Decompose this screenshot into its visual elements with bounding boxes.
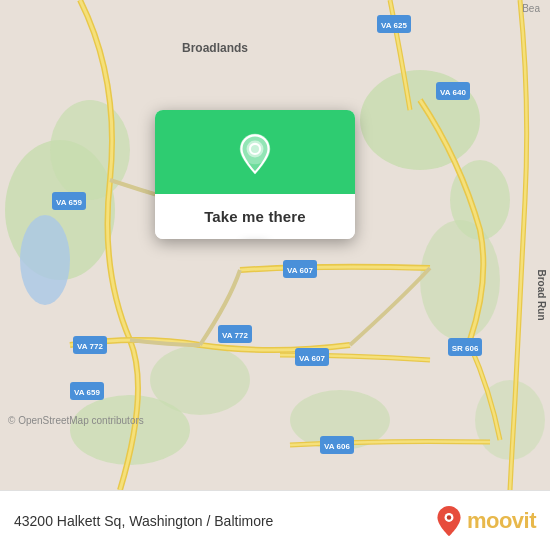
take-me-there-button[interactable]: Take me there [155, 194, 355, 239]
svg-point-2 [50, 100, 130, 200]
svg-text:VA 772: VA 772 [77, 342, 103, 351]
svg-text:VA 772: VA 772 [222, 331, 248, 340]
bottom-bar: 43200 Halkett Sq, Washington / Baltimore… [0, 490, 550, 550]
svg-text:VA 607: VA 607 [299, 354, 325, 363]
moovit-brand-text: moovit [467, 508, 536, 534]
svg-point-10 [20, 215, 70, 305]
svg-text:VA 606: VA 606 [324, 442, 350, 451]
svg-text:SR 606: SR 606 [452, 344, 479, 353]
moovit-logo: moovit [435, 505, 536, 537]
copyright-text: © OpenStreetMap contributors [8, 415, 144, 426]
location-pin-icon [233, 132, 277, 176]
moovit-pin-icon [435, 505, 463, 537]
svg-text:VA 625: VA 625 [381, 21, 407, 30]
svg-text:Broad Run: Broad Run [536, 269, 547, 320]
svg-text:VA 659: VA 659 [56, 198, 82, 207]
popup-card: Take me there [155, 110, 355, 239]
svg-text:Broadlands: Broadlands [182, 41, 248, 55]
popup-header [155, 110, 355, 194]
map-container: VA 659 VA 659 VA 772 VA 772 VA 607 VA 60… [0, 0, 550, 490]
svg-text:Bea: Bea [522, 3, 540, 14]
svg-point-38 [447, 515, 451, 519]
address-label: 43200 Halkett Sq, Washington / Baltimore [14, 513, 273, 529]
svg-text:VA 607: VA 607 [287, 266, 313, 275]
svg-text:VA 640: VA 640 [440, 88, 466, 97]
svg-text:VA 659: VA 659 [74, 388, 100, 397]
